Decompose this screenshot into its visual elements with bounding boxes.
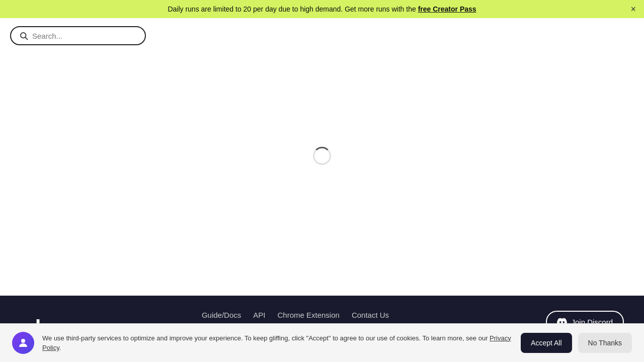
cookie-avatar <box>12 332 34 354</box>
footer-link-guide-docs[interactable]: Guide/Docs <box>202 311 241 319</box>
footer-link-chrome-extension[interactable]: Chrome Extension <box>277 311 339 319</box>
footer-link-contact-us[interactable]: Contact Us <box>352 311 389 319</box>
cookie-banner: We use third-party services to optimize … <box>0 323 644 362</box>
main-header <box>0 18 644 53</box>
footer-link-api[interactable]: API <box>253 311 265 319</box>
cookie-text: We use third-party services to optimize … <box>42 333 513 353</box>
search-input[interactable] <box>32 32 137 40</box>
cookie-privacy-link[interactable]: Privacy Policy <box>42 334 511 352</box>
top-banner: Daily runs are limited to 20 per day due… <box>0 0 644 18</box>
main-content <box>0 53 644 258</box>
accept-cookies-button[interactable]: Accept All <box>521 333 572 353</box>
search-icon <box>19 31 28 40</box>
banner-text: Daily runs are limited to 20 per day due… <box>168 5 418 13</box>
avatar-icon <box>17 337 29 349</box>
decline-cookies-button[interactable]: No Thanks <box>578 333 632 353</box>
search-bar-container <box>10 26 146 45</box>
cookie-banner-left: We use third-party services to optimize … <box>12 332 513 354</box>
cookie-buttons: Accept All No Thanks <box>521 333 632 353</box>
svg-line-1 <box>25 37 27 39</box>
loading-spinner <box>313 147 331 165</box>
banner-close-button[interactable]: × <box>630 5 636 14</box>
footer-nav-row-1: Guide/Docs API Chrome Extension Contact … <box>50 311 540 319</box>
creator-pass-link[interactable]: free Creator Pass <box>418 5 476 13</box>
svg-point-5 <box>21 339 25 343</box>
